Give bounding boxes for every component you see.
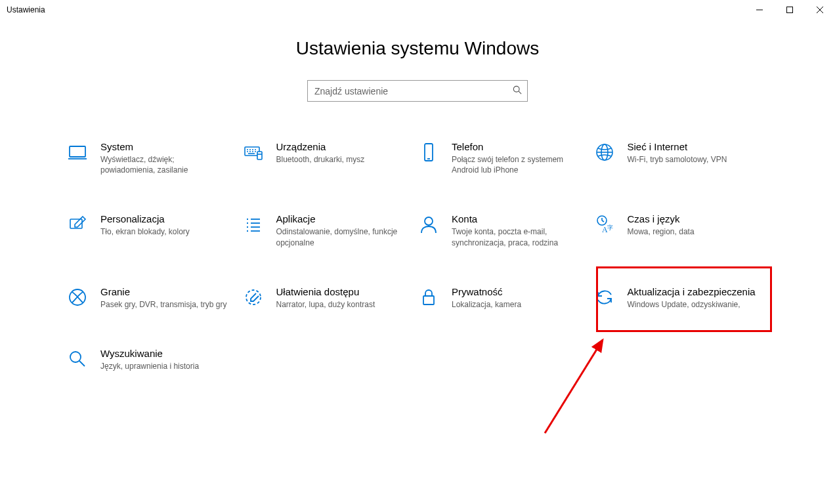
tile-title: Personalizacja [100,213,190,224]
list-icon [242,213,265,236]
tile-network[interactable]: Sieć i Internet Wi-Fi, tryb samolotowy, … [593,141,769,175]
tile-accounts[interactable]: Konta Twoje konta, poczta e-mail, synchr… [418,213,593,247]
svg-rect-6 [70,146,85,157]
tile-desc: Twoje konta, poczta e-mail, synchronizac… [452,226,580,247]
person-icon [418,213,440,236]
magnifier-icon [66,348,89,370]
svg-point-43 [70,352,81,362]
window-title: Ustawienia [7,5,45,14]
close-button[interactable] [805,0,835,20]
svg-rect-1 [787,7,793,13]
tile-title: Telefon [452,141,580,152]
page-header: Ustawienia systemu Windows [0,38,835,59]
tile-desc: Wi-Fi, tryb samolotowy, VPN [628,154,727,165]
tile-system[interactable]: System Wyświetlacz, dźwięk; powiadomieni… [66,141,242,175]
tile-title: Aktualizacja i zabezpieczenia [628,286,756,297]
search-box[interactable] [307,80,528,102]
maximize-button[interactable] [775,0,805,20]
tile-update-security[interactable]: Aktualizacja i zabezpieczenia Windows Up… [593,286,769,310]
tile-desc: Połącz swój telefon z systemem Android l… [452,154,580,175]
tile-apps[interactable]: Aplikacje Odinstalowanie, domyślne, funk… [242,213,418,247]
svg-line-44 [79,361,85,366]
tile-gaming[interactable]: Granie Pasek gry, DVR, transmisja, tryb … [66,286,242,310]
tile-title: Prywatność [452,286,521,297]
globe-icon [593,141,616,163]
tile-search[interactable]: Wyszukiwanie Język, uprawnienia i histor… [66,348,242,371]
page-title: Ustawienia systemu Windows [0,38,835,59]
tile-desc: Lokalizacja, kamera [452,299,521,310]
svg-rect-42 [423,296,434,304]
tile-desc: Windows Update, odzyskiwanie, [628,299,756,310]
tile-devices[interactable]: Urządzenia Bluetooth, drukarki, mysz [242,141,418,175]
window-controls [744,0,835,20]
lock-icon [418,286,440,308]
sync-icon [593,286,616,308]
settings-grid: System Wyświetlacz, dźwięk; powiadomieni… [66,141,769,371]
tile-title: Konta [452,213,580,224]
search-input[interactable] [314,86,513,96]
search-icon [513,85,522,97]
phone-icon [418,141,440,163]
tile-desc: Narrator, lupa, duży kontrast [276,299,375,310]
tile-title: Urządzenia [276,141,365,152]
keyboard-icon [242,141,265,163]
tile-desc: Bluetooth, drukarki, mysz [276,154,365,165]
paint-icon [66,213,89,236]
tile-title: Granie [100,286,227,297]
tile-desc: Pasek gry, DVR, transmisja, tryb gry [100,299,227,310]
tile-ease-of-access[interactable]: Ułatwienia dostępu Narrator, lupa, duży … [242,286,418,310]
tile-title: Czas i język [628,213,695,224]
tile-desc: Mowa, region, data [628,226,695,237]
tile-desc: Odinstalowanie, domyślne, funkcje opcjon… [276,226,405,247]
ease-icon [242,286,265,308]
tile-title: Aplikacje [276,213,405,224]
titlebar: Ustawienia [0,0,835,20]
tile-desc: Wyświetlacz, dźwięk; powiadomienia, zasi… [100,154,229,175]
svg-point-34 [425,217,433,225]
tile-title: Wyszukiwanie [100,348,199,359]
time-language-icon: A 字 [593,213,616,236]
tile-phone[interactable]: Telefon Połącz swój telefon z systemem A… [418,141,593,175]
tile-title: System [100,141,229,152]
svg-text:字: 字 [607,224,613,231]
display-icon [66,141,89,163]
svg-rect-18 [257,152,262,159]
svg-line-5 [519,91,521,94]
tile-personalization[interactable]: Personalizacja Tło, ekran blokady, kolor… [66,213,242,247]
tile-desc: Tło, ekran blokady, kolory [100,226,190,237]
tile-time-language[interactable]: A 字 Czas i język Mowa, region, data [593,213,769,247]
tile-privacy[interactable]: Prywatność Lokalizacja, kamera [418,286,593,310]
svg-point-41 [246,290,261,304]
tile-desc: Język, uprawnienia i historia [100,361,199,371]
tile-title: Sieć i Internet [628,141,727,152]
xbox-icon [66,286,89,308]
svg-line-37 [602,220,604,222]
svg-point-4 [513,86,519,92]
tile-title: Ułatwienia dostępu [276,286,375,297]
search-wrap [0,80,835,102]
minimize-button[interactable] [744,0,775,20]
